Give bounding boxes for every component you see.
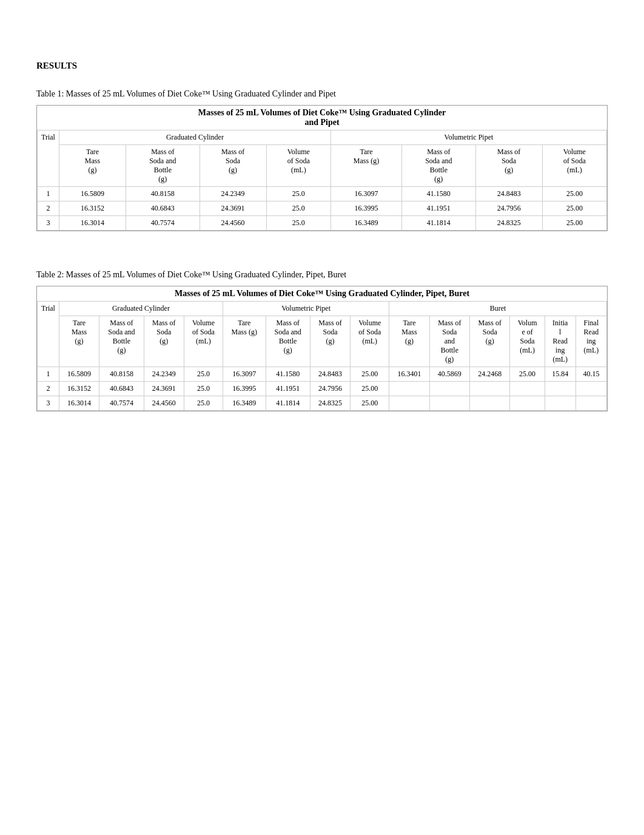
- data-cell: 24.2349: [200, 187, 266, 201]
- table1: Masses of 25 mL Volumes of Diet Coke™ Us…: [37, 106, 607, 231]
- data-cell: [389, 382, 429, 396]
- data-cell: 41.1580: [266, 367, 310, 382]
- data-cell: 40.8158: [126, 187, 200, 201]
- data-cell: 24.3691: [144, 382, 184, 396]
- data-cell: 16.3097: [223, 367, 266, 382]
- data-cell: 41.1580: [402, 187, 475, 201]
- trial-cell: 2: [38, 201, 59, 216]
- data-cell: [470, 382, 510, 396]
- table2-trial-header: Trial: [38, 302, 59, 367]
- table1-col-vol-vp: Volumeof Soda(mL): [542, 145, 606, 187]
- t2-col-final-b: FinalReading(mL): [575, 316, 606, 367]
- data-cell: 25.00: [542, 187, 606, 201]
- data-cell: 16.3489: [223, 396, 266, 411]
- data-cell: 40.7574: [126, 216, 200, 231]
- data-cell: 25.0: [266, 187, 330, 201]
- t2-col-ms-vp: Mass ofSoda(g): [310, 316, 350, 367]
- data-cell: 16.3489: [330, 216, 401, 231]
- table-row: 116.580940.815824.234925.016.309741.1580…: [38, 367, 607, 382]
- table1-col-ms-gc: Mass ofSoda(g): [200, 145, 266, 187]
- table2-caption: Table 2: Masses of 25 mL Volumes of Diet…: [36, 270, 608, 280]
- t2-col-tare-gc: TareMass(g): [59, 316, 99, 367]
- table2-col-headers: TareMass(g) Mass ofSoda andBottle(g) Mas…: [38, 316, 607, 367]
- data-cell: 25.0: [184, 382, 223, 396]
- data-cell: 24.3691: [200, 201, 266, 216]
- t2-col-tare-vp: TareMass (g): [223, 316, 266, 367]
- data-cell: [429, 382, 469, 396]
- table1-col-tare-vp: TareMass (g): [330, 145, 401, 187]
- table2-title-row: Masses of 25 mL Volumes of Diet Coke™ Us…: [38, 286, 607, 302]
- data-cell: 25.0: [266, 216, 330, 231]
- data-cell: 25.00: [542, 201, 606, 216]
- t2-col-msb-b: Mass ofSodaandBottle(g): [429, 316, 469, 367]
- data-cell: 41.1814: [266, 396, 310, 411]
- data-cell: 16.3995: [330, 201, 401, 216]
- table2-gc-header: Graduated Cylinder: [59, 302, 223, 316]
- table1-col-tare-gc: TareMass(g): [59, 145, 126, 187]
- table1-wrapper: Masses of 25 mL Volumes of Diet Coke™ Us…: [36, 105, 608, 231]
- data-cell: 40.7574: [99, 396, 144, 411]
- data-cell: 16.3401: [389, 367, 429, 382]
- table2-group-row: Trial Graduated Cylinder Volumetric Pipe…: [38, 302, 607, 316]
- data-cell: 25.0: [184, 396, 223, 411]
- trial-cell: 3: [38, 216, 59, 231]
- data-cell: 16.3152: [59, 201, 126, 216]
- data-cell: 41.1951: [402, 201, 475, 216]
- table1-caption: Table 1: Masses of 25 mL Volumes of Diet…: [36, 89, 608, 99]
- table1-col-msb-gc: Mass ofSoda andBottle(g): [126, 145, 200, 187]
- data-cell: 40.5869: [429, 367, 469, 382]
- table1-vp-header: Volumetric Pipet: [330, 130, 606, 145]
- t2-col-init-b: InitialReading(mL): [545, 316, 575, 367]
- t2-col-ms-gc: Mass ofSoda(g): [144, 316, 184, 367]
- data-cell: 24.4560: [144, 396, 184, 411]
- data-cell: 24.8483: [310, 367, 350, 382]
- data-cell: 25.00: [351, 367, 389, 382]
- data-cell: 40.6843: [99, 382, 144, 396]
- t2-col-msb-gc: Mass ofSoda andBottle(g): [99, 316, 144, 367]
- t2-col-tare-b: TareMass(g): [389, 316, 429, 367]
- table-row: 216.315240.684324.369125.016.399541.1951…: [38, 201, 607, 216]
- table-row: 316.301440.757424.456025.016.348941.1814…: [38, 216, 607, 231]
- data-cell: 24.2468: [470, 367, 510, 382]
- data-cell: 41.1951: [266, 382, 310, 396]
- data-cell: 25.00: [351, 382, 389, 396]
- table1-col-ms-vp: Mass ofSoda(g): [475, 145, 542, 187]
- t2-col-vol-b: Volume ofSoda(mL): [510, 316, 545, 367]
- data-cell: 24.7956: [475, 201, 542, 216]
- data-cell: [575, 396, 606, 411]
- table1-col-msb-vp: Mass ofSoda andBottle(g): [402, 145, 475, 187]
- table2-wrapper: Masses of 25 mL Volumes of Diet Coke™ Us…: [36, 286, 608, 411]
- data-cell: 16.5809: [59, 367, 99, 382]
- data-cell: [545, 382, 575, 396]
- table2-title: Masses of 25 mL Volumes of Diet Coke™ Us…: [38, 286, 607, 302]
- data-cell: 24.7956: [310, 382, 350, 396]
- t2-col-vol-vp: Volumeof Soda(mL): [351, 316, 389, 367]
- data-cell: 16.3097: [330, 187, 401, 201]
- t2-col-msb-vp: Mass ofSoda andBottle(g): [266, 316, 310, 367]
- table2-vp-header: Volumetric Pipet: [223, 302, 389, 316]
- table2-b-header: Buret: [389, 302, 607, 316]
- data-cell: 24.8325: [310, 396, 350, 411]
- data-cell: [545, 396, 575, 411]
- table1-col-vol-gc: Volumeof Soda(mL): [266, 145, 330, 187]
- section-title: RESULTS: [36, 61, 608, 71]
- table1-title: Masses of 25 mL Volumes of Diet Coke™ Us…: [38, 106, 607, 130]
- data-cell: [510, 396, 545, 411]
- data-cell: 15.84: [545, 367, 575, 382]
- table1-gc-header: Graduated Cylinder: [59, 130, 330, 145]
- table2: Masses of 25 mL Volumes of Diet Coke™ Us…: [37, 286, 607, 411]
- data-cell: 40.15: [575, 367, 606, 382]
- table1-col-headers: TareMass(g) Mass ofSoda andBottle(g) Mas…: [38, 145, 607, 187]
- trial-cell: 1: [38, 367, 59, 382]
- t2-col-vol-gc: Volumeof Soda(mL): [184, 316, 223, 367]
- table1-title-row: Masses of 25 mL Volumes of Diet Coke™ Us…: [38, 106, 607, 130]
- data-cell: [389, 396, 429, 411]
- data-cell: 41.1814: [402, 216, 475, 231]
- data-cell: 24.2349: [144, 367, 184, 382]
- t2-col-ms-b: Mass ofSoda(g): [470, 316, 510, 367]
- data-cell: [575, 382, 606, 396]
- data-cell: 16.3014: [59, 396, 99, 411]
- data-cell: 25.0: [184, 367, 223, 382]
- data-cell: 25.00: [351, 396, 389, 411]
- data-cell: 16.3014: [59, 216, 126, 231]
